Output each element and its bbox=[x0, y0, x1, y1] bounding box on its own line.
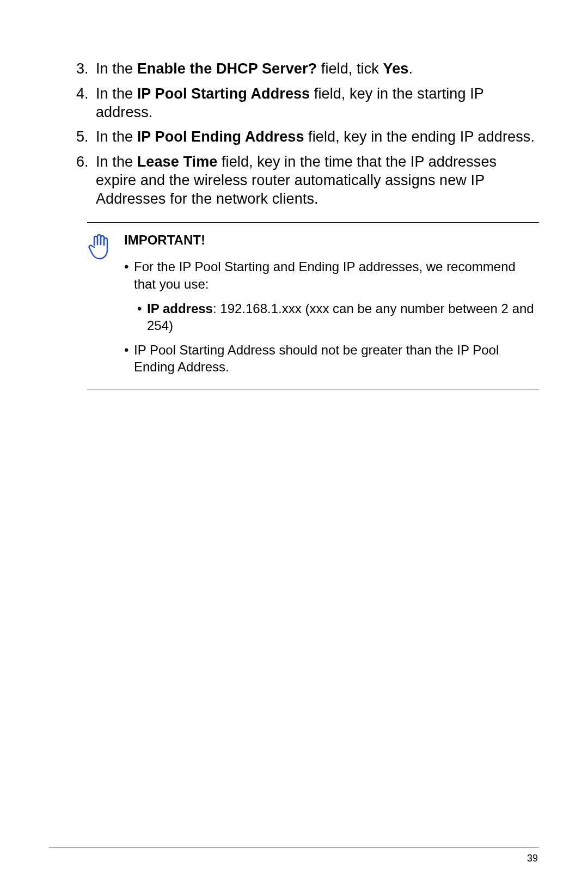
note-sub-bullet-text: IP address: 192.168.1.xxx (xxx can be an… bbox=[147, 300, 539, 334]
note-sub-bullet: • IP address: 192.168.1.xxx (xxx can be … bbox=[137, 300, 539, 334]
note-title: IMPORTANT! bbox=[124, 231, 539, 248]
step-number: 3. bbox=[76, 60, 96, 78]
step-body: In the IP Pool Starting Address field, k… bbox=[96, 85, 539, 122]
step-item: 3. In the Enable the DHCP Server? field,… bbox=[76, 60, 539, 78]
step-item: 6. In the Lease Time field, key in the t… bbox=[76, 153, 539, 208]
hand-icon bbox=[87, 231, 124, 383]
step-item: 5. In the IP Pool Ending Address field, … bbox=[76, 128, 539, 146]
note-bullet-text: For the IP Pool Starting and Ending IP a… bbox=[134, 258, 539, 292]
step-body: In the Lease Time field, key in the time… bbox=[96, 153, 539, 208]
step-list: 3. In the Enable the DHCP Server? field,… bbox=[76, 60, 539, 208]
step-number: 6. bbox=[76, 153, 96, 208]
important-note: IMPORTANT! • For the IP Pool Starting an… bbox=[87, 222, 539, 389]
step-number: 5. bbox=[76, 128, 96, 146]
page: 3. In the Enable the DHCP Server? field,… bbox=[0, 0, 588, 886]
step-body: In the IP Pool Ending Address field, key… bbox=[96, 128, 539, 146]
footer-rule bbox=[49, 847, 539, 848]
note-content: IMPORTANT! • For the IP Pool Starting an… bbox=[124, 231, 539, 383]
note-bullet: • IP Pool Starting Address should not be… bbox=[124, 341, 539, 375]
note-bullet: • For the IP Pool Starting and Ending IP… bbox=[124, 258, 539, 292]
step-body: In the Enable the DHCP Server? field, ti… bbox=[96, 60, 539, 78]
note-sub-list: • IP address: 192.168.1.xxx (xxx can be … bbox=[124, 300, 539, 334]
bullet-dot: • bbox=[124, 258, 134, 292]
step-item: 4. In the IP Pool Starting Address field… bbox=[76, 85, 539, 122]
note-row: IMPORTANT! • For the IP Pool Starting an… bbox=[87, 223, 539, 388]
bullet-dot: • bbox=[137, 300, 147, 334]
note-bottom-rule bbox=[87, 389, 539, 389]
bullet-dot: • bbox=[124, 341, 134, 375]
step-number: 4. bbox=[76, 85, 96, 122]
page-number: 39 bbox=[527, 853, 538, 864]
note-bullet-text: IP Pool Starting Address should not be g… bbox=[134, 341, 539, 375]
